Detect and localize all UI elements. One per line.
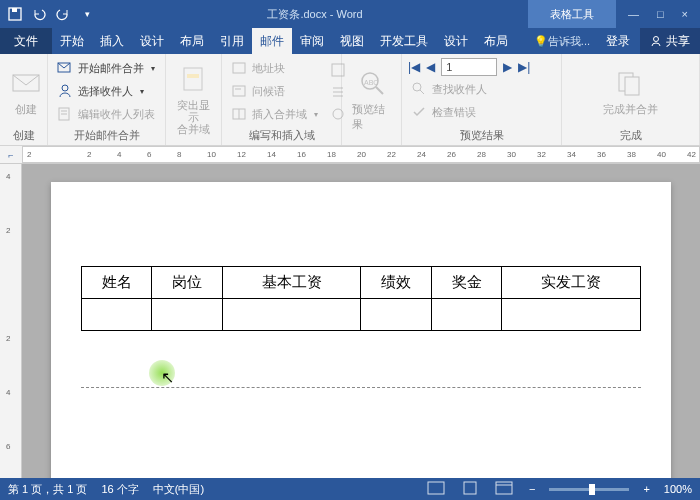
find-recipient-button[interactable]: 查找收件人 xyxy=(408,79,555,99)
tab-layout[interactable]: 布局 xyxy=(172,28,212,54)
last-record-button[interactable]: ▶| xyxy=(518,60,530,74)
svg-point-21 xyxy=(413,83,421,91)
ribbon: 创建 创建 开始邮件合并▾ 选择收件人▾ 编辑收件人列表 开始邮件合并 突出显示… xyxy=(0,54,700,146)
table-header-cell[interactable]: 绩效 xyxy=(361,267,431,299)
zoom-out-button[interactable]: − xyxy=(529,483,535,495)
window-maximize-icon[interactable]: □ xyxy=(657,8,664,20)
find-icon xyxy=(411,81,427,97)
language-status[interactable]: 中文(中国) xyxy=(153,482,204,497)
window-close-icon[interactable]: × xyxy=(682,8,688,20)
mouse-cursor-icon: ↖ xyxy=(161,368,174,387)
web-layout-icon[interactable] xyxy=(495,481,515,497)
envelope-icon xyxy=(10,67,42,99)
read-mode-icon[interactable] xyxy=(427,481,447,497)
finish-merge-button[interactable]: 完成并合并 xyxy=(599,58,662,126)
edit-recipients-button[interactable]: 编辑收件人列表 xyxy=(54,104,158,124)
tab-selector[interactable]: ⌐ xyxy=(0,150,22,160)
address-label: 地址块 xyxy=(252,61,285,76)
check-icon xyxy=(411,104,427,120)
rules-icon[interactable] xyxy=(327,60,343,76)
salary-table[interactable]: 姓名 岗位 基本工资 绩效 奖金 实发工资 xyxy=(81,266,641,331)
address-icon xyxy=(231,60,247,76)
highlight-label: 突出显示合并域 xyxy=(176,99,211,135)
svg-rect-11 xyxy=(233,63,245,73)
tab-view[interactable]: 视图 xyxy=(332,28,372,54)
check-errors-button[interactable]: 检查错误 xyxy=(408,102,555,122)
document-page[interactable]: 姓名 岗位 基本工资 绩效 奖金 实发工资 ↖ xyxy=(51,182,671,478)
table-cell[interactable] xyxy=(152,299,222,331)
update-labels-icon[interactable] xyxy=(327,104,343,120)
group-highlight-label xyxy=(172,141,215,143)
svg-point-5 xyxy=(62,85,68,91)
record-number-input[interactable]: 1 xyxy=(441,58,497,76)
vertical-ruler[interactable]: 42246 xyxy=(0,164,22,478)
group-finish-label: 完成 xyxy=(568,126,693,143)
svg-line-19 xyxy=(376,87,383,94)
table-header-cell[interactable]: 基本工资 xyxy=(222,267,361,299)
next-record-button[interactable]: ▶ xyxy=(503,60,512,74)
save-icon[interactable] xyxy=(8,7,22,21)
tab-developer[interactable]: 开发工具 xyxy=(372,28,436,54)
tab-insert[interactable]: 插入 xyxy=(92,28,132,54)
table-row[interactable]: 姓名 岗位 基本工资 绩效 奖金 实发工资 xyxy=(82,267,641,299)
recipients-icon xyxy=(57,83,73,99)
svg-rect-16 xyxy=(332,64,344,76)
select-recipients-button[interactable]: 选择收件人▾ xyxy=(54,81,158,101)
greeting-line-button[interactable]: 问候语 xyxy=(228,81,321,101)
table-header-cell[interactable]: 实发工资 xyxy=(502,267,641,299)
tab-design[interactable]: 设计 xyxy=(132,28,172,54)
window-minimize-icon[interactable]: — xyxy=(628,8,639,20)
tab-file[interactable]: 文件 xyxy=(0,28,52,54)
start-merge-label: 开始邮件合并 xyxy=(78,61,144,76)
tab-table-layout[interactable]: 布局 xyxy=(476,28,516,54)
svg-rect-27 xyxy=(496,482,512,494)
tab-home[interactable]: 开始 xyxy=(52,28,92,54)
insert-merge-field-button[interactable]: 插入合并域▾ xyxy=(228,104,321,124)
table-header-cell[interactable]: 奖金 xyxy=(431,267,501,299)
title-bar: ▾ 工资条.docx - Word 表格工具 — □ × xyxy=(0,0,700,28)
finish-icon xyxy=(615,67,647,99)
redo-icon[interactable] xyxy=(56,7,70,21)
qat-dropdown-icon[interactable]: ▾ xyxy=(80,7,94,21)
status-bar: 第 1 页，共 1 页 16 个字 中文(中国) − + 100% xyxy=(0,478,700,500)
login-button[interactable]: 登录 xyxy=(596,28,640,54)
undo-icon[interactable] xyxy=(32,7,46,21)
svg-rect-25 xyxy=(428,482,444,494)
edit-recipients-label: 编辑收件人列表 xyxy=(78,107,155,122)
preview-results-button[interactable]: ABC 预览结果 xyxy=(348,58,395,141)
table-cell[interactable] xyxy=(361,299,431,331)
tab-mailings[interactable]: 邮件 xyxy=(252,28,292,54)
page-status[interactable]: 第 1 页，共 1 页 xyxy=(8,482,87,497)
table-header-cell[interactable]: 岗位 xyxy=(152,267,222,299)
zoom-slider[interactable] xyxy=(549,488,629,491)
tab-references[interactable]: 引用 xyxy=(212,28,252,54)
print-layout-icon[interactable] xyxy=(461,481,481,497)
word-count[interactable]: 16 个字 xyxy=(101,482,138,497)
table-row[interactable] xyxy=(82,299,641,331)
start-mail-merge-button[interactable]: 开始邮件合并▾ xyxy=(54,58,158,78)
svg-rect-9 xyxy=(184,68,202,90)
match-fields-icon[interactable] xyxy=(327,82,343,98)
share-button[interactable]: 共享 xyxy=(640,28,700,54)
tab-review[interactable]: 审阅 xyxy=(292,28,332,54)
zoom-in-button[interactable]: + xyxy=(643,483,649,495)
first-record-button[interactable]: |◀ xyxy=(408,60,420,74)
svg-rect-26 xyxy=(464,482,476,494)
table-cell[interactable] xyxy=(82,299,152,331)
page-scroll[interactable]: 姓名 岗位 基本工资 绩效 奖金 实发工资 ↖ xyxy=(22,164,700,478)
table-header-cell[interactable]: 姓名 xyxy=(82,267,152,299)
highlight-merge-fields-button[interactable]: 突出显示合并域 xyxy=(172,58,215,141)
horizontal-ruler[interactable]: ⌐ 22468101214161820222426283032343638404… xyxy=(0,146,700,164)
prev-record-button[interactable]: ◀ xyxy=(426,60,435,74)
group-preview-label: 预览结果 xyxy=(408,126,555,143)
table-cell[interactable] xyxy=(222,299,361,331)
zoom-level[interactable]: 100% xyxy=(664,483,692,495)
tab-table-design[interactable]: 设计 xyxy=(436,28,476,54)
table-cell[interactable] xyxy=(502,299,641,331)
preview-label: 预览结果 xyxy=(352,102,391,132)
address-block-button[interactable]: 地址块 xyxy=(228,58,321,78)
table-cell[interactable] xyxy=(431,299,501,331)
edit-list-icon xyxy=(57,106,73,122)
tell-me-search[interactable]: 💡 告诉我... xyxy=(528,28,596,54)
create-envelopes-button[interactable]: 创建 xyxy=(6,58,46,126)
